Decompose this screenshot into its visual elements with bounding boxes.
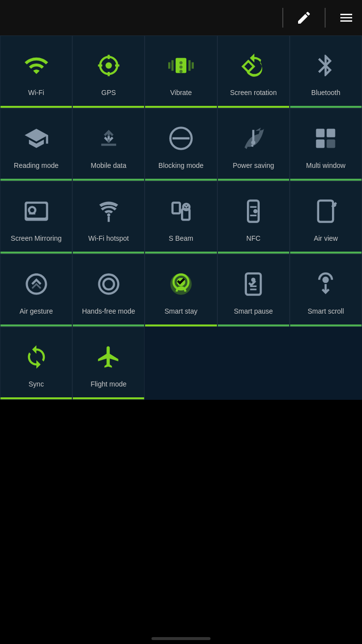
blocking-mode-icon: [167, 125, 195, 152]
sync-icon: [23, 343, 50, 371]
wifi-indicator-bar: [0, 106, 72, 108]
smart-pause-icon: [240, 270, 267, 298]
svg-point-17: [253, 209, 258, 214]
status-divider2: [325, 8, 326, 28]
air-view-icon: [312, 197, 339, 225]
s-beam-label: S Beam: [169, 230, 193, 247]
mobile-data-icon: [95, 125, 122, 152]
wifi-icon: [23, 52, 50, 79]
edit-icon: [296, 10, 312, 26]
power-saving-label: Power saving: [233, 157, 274, 174]
svg-rect-11: [327, 139, 335, 148]
status-icons: [278, 8, 354, 28]
sync-indicator-bar: [0, 397, 72, 399]
svg-point-12: [29, 207, 35, 213]
svg-rect-18: [318, 200, 333, 222]
gps-label: GPS: [101, 84, 116, 101]
gps-icon: [95, 52, 122, 79]
tile-air-gesture[interactable]: Air gesture: [0, 254, 72, 327]
hands-free-label: Hands-free mode: [82, 303, 135, 320]
nfc-label: NFC: [246, 230, 261, 247]
hands-free-icon: [95, 270, 122, 298]
nfc-indicator-bar: [218, 252, 289, 254]
smart-pause-label: Smart pause: [234, 303, 273, 320]
tile-multi-window[interactable]: Multi window: [290, 108, 362, 181]
flight-mode-icon: [95, 343, 122, 371]
status-divider: [282, 8, 283, 28]
svg-point-26: [323, 277, 329, 283]
screen-rotation-icon: [240, 52, 267, 79]
power-saving-icon: [240, 125, 267, 152]
bottom-area: [0, 400, 362, 523]
s-beam-indicator-bar: [145, 252, 216, 254]
mobile-data-label: Mobile data: [91, 157, 126, 174]
vibrate-icon: [167, 52, 195, 79]
tile-smart-stay[interactable]: Smart stay: [145, 254, 217, 327]
tile-sync[interactable]: Sync: [0, 327, 72, 400]
blocking-mode-label: Blocking mode: [158, 157, 204, 174]
tile-mobile-data[interactable]: Mobile data: [72, 108, 145, 181]
reading-mode-icon: [23, 125, 50, 152]
reading-mode-indicator-bar: [0, 179, 72, 181]
smart-pause-indicator-bar: [218, 324, 289, 326]
bluetooth-label: Bluetooth: [311, 84, 340, 101]
smart-scroll-indicator-bar: [290, 324, 362, 326]
air-gesture-icon: [23, 270, 50, 298]
svg-point-21: [103, 279, 114, 290]
quick-settings-grid: Wi-FiGPSVibrateScreen rotationBluetoothR…: [0, 35, 362, 400]
tile-s-beam[interactable]: S Beam: [145, 181, 217, 254]
scroll-indicator: [151, 637, 211, 640]
tile-smart-scroll[interactable]: Smart scroll: [290, 254, 362, 327]
smart-stay-label: Smart stay: [165, 303, 198, 320]
tile-gps[interactable]: GPS: [72, 35, 145, 108]
status-bar: [0, 0, 362, 35]
tile-smart-pause[interactable]: Smart pause: [217, 254, 290, 327]
screen-mirroring-indicator-bar: [0, 252, 72, 254]
tile-vibrate[interactable]: Vibrate: [145, 35, 217, 108]
screen-mirroring-label: Screen Mirroring: [11, 230, 61, 247]
smart-stay-icon: [167, 270, 195, 298]
multi-window-label: Multi window: [306, 157, 345, 174]
smart-scroll-icon: [312, 270, 339, 298]
screen-rotation-indicator-bar: [218, 106, 289, 108]
tile-nfc[interactable]: NFC: [217, 181, 290, 254]
menu-icon: [338, 10, 354, 26]
tile-bluetooth[interactable]: Bluetooth: [290, 35, 362, 108]
smart-scroll-label: Smart scroll: [307, 303, 344, 320]
nfc-icon: [240, 197, 267, 225]
tile-blocking-mode[interactable]: Blocking mode: [145, 108, 217, 181]
svg-point-20: [99, 275, 118, 294]
svg-rect-10: [316, 139, 325, 148]
wifi-hotspot-label: Wi-Fi hotspot: [89, 230, 129, 247]
power-saving-indicator-bar: [218, 179, 289, 181]
smart-stay-indicator-bar: [145, 324, 216, 326]
bluetooth-icon: [312, 52, 339, 79]
tile-screen-mirroring[interactable]: Screen Mirroring: [0, 181, 72, 254]
tile-wifi[interactable]: Wi-Fi: [0, 35, 72, 108]
air-view-indicator-bar: [290, 252, 362, 254]
reading-mode-label: Reading mode: [14, 157, 59, 174]
tile-air-view[interactable]: Air view: [290, 181, 362, 254]
wifi-hotspot-indicator-bar: [73, 252, 144, 254]
svg-rect-9: [327, 129, 335, 137]
multi-window-icon: [312, 125, 339, 152]
tile-screen-rotation[interactable]: Screen rotation: [217, 35, 290, 108]
tile-reading-mode[interactable]: Reading mode: [0, 108, 72, 181]
vibrate-indicator-bar: [145, 106, 216, 108]
multi-window-indicator-bar: [290, 179, 362, 181]
bluetooth-indicator-bar: [290, 106, 362, 108]
air-gesture-indicator-bar: [0, 324, 72, 326]
tile-hands-free[interactable]: Hands-free mode: [72, 254, 145, 327]
screen-mirroring-icon: [23, 197, 50, 225]
svg-rect-13: [173, 203, 180, 214]
air-gesture-label: Air gesture: [20, 303, 53, 320]
tile-wifi-hotspot[interactable]: Wi-Fi hotspot: [72, 181, 145, 254]
svg-rect-8: [316, 129, 325, 137]
wifi-label: Wi-Fi: [28, 84, 44, 101]
tile-flight-mode[interactable]: Flight mode: [72, 327, 145, 400]
svg-point-1: [105, 63, 112, 69]
blocking-mode-indicator-bar: [145, 179, 216, 181]
wifi-hotspot-icon: [95, 197, 122, 225]
vibrate-label: Vibrate: [170, 84, 192, 101]
tile-power-saving[interactable]: Power saving: [217, 108, 290, 181]
